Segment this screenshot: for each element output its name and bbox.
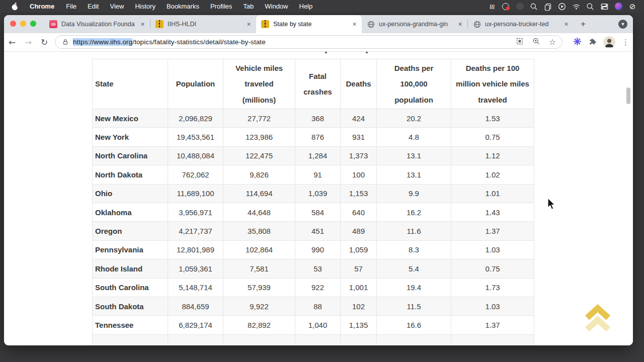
value-cell: 922 [295,278,341,297]
dimmed-app-icon[interactable] [514,2,525,12]
value-cell: 10,488,084 [168,146,223,165]
url-rest-text: /topics/fatality-statistics/detail/state… [132,38,266,46]
value-cell: 1,001 [341,278,377,297]
zoom-tool-icon[interactable] [528,2,539,12]
new-tab-button[interactable]: + [577,18,590,31]
tab-close-icon[interactable]: × [350,20,359,29]
tab-close-icon[interactable]: × [456,20,464,29]
tab-close-icon[interactable]: × [138,20,147,29]
menu-item-window[interactable]: Window [259,3,293,10]
menu-item-profiles[interactable]: Profiles [205,3,237,10]
browser-window: 20Data Visualization Founda×IIHS-HLDI×St… [4,15,633,345]
state-name-cell: Ohio [93,184,168,203]
value-cell [223,334,295,345]
value-cell: 3,956,971 [168,203,223,221]
tab-title: State by state [273,21,350,28]
tab-search-button[interactable]: ▼ [618,20,627,29]
value-cell: 82,892 [223,316,295,334]
value-cell: 9,922 [223,297,295,315]
extension-asterisk-icon[interactable] [573,37,582,48]
table-row-north-carolina: North Carolina10,488,084122,4751,2841,37… [93,146,534,165]
globe-favicon-icon [367,20,375,28]
column-header-deaths: Deaths [341,59,377,109]
control-center-icon[interactable] [599,2,610,12]
lock-icon[interactable] [62,38,69,46]
value-cell: 16.6 [377,316,451,334]
scrollbar-thumb[interactable] [626,87,630,104]
wavy-lines-icon[interactable]: ≀≀≀ [486,2,497,12]
value-cell: 9,826 [223,165,295,184]
apple-menu-icon[interactable] [6,2,24,11]
gradient-app-icon[interactable] [613,2,624,12]
value-cell: 1.02 [451,165,534,184]
tab-close-icon[interactable]: × [562,20,571,29]
value-cell: 1,040 [295,316,341,334]
maximize-window-button[interactable] [30,21,36,27]
table-row-ohio: Ohio11,689,100114,6941,0391,1539.91.01 [93,184,534,203]
tab-ux-persona-trucker-ted[interactable]: ux-persona-trucker-ted× [468,15,574,33]
wifi-icon[interactable] [571,2,582,12]
value-cell: 13.1 [377,165,451,184]
profile-avatar[interactable] [603,36,615,48]
zoom-in-icon[interactable] [532,37,540,47]
value-cell: 16.2 [377,203,451,221]
extensions-puzzle-icon[interactable] [588,37,597,48]
value-cell: 8.3 [377,240,451,259]
tab-state-by-state[interactable]: State by state× [256,15,362,33]
value-cell: 931 [341,128,377,146]
menu-item-tab[interactable]: Tab [237,3,259,10]
back-to-top-button[interactable] [583,302,613,334]
menu-app-name[interactable]: Chrome [24,3,60,10]
value-cell: 489 [341,222,377,240]
forward-button[interactable]: → [20,37,36,47]
copy-windows-icon[interactable] [542,2,553,12]
menu-item-edit[interactable]: Edit [82,3,104,10]
value-cell: 27,772 [223,109,295,128]
chrome-menu-icon[interactable]: ⋮ [622,38,629,47]
menu-item-history[interactable]: History [129,3,160,10]
column-header-deaths-per-100-million-vehicle-miles-traveled: Deaths per 100 million vehicle miles tra… [451,59,534,109]
column-header-state: State [93,59,168,109]
table-row-north-dakota: North Dakota762,0629,8269110013.11.02 [93,165,534,184]
value-cell: 1.03 [451,297,534,315]
spotlight-search-icon[interactable] [585,2,596,12]
value-cell: 44,648 [223,203,295,221]
menu-item-bookmarks[interactable]: Bookmarks [161,3,205,10]
value-cell: 424 [341,109,377,128]
value-cell: 1,373 [341,146,377,165]
tab-ux-persona-grandma-gin[interactable]: ux-persona-grandma-gin× [362,15,467,33]
minimize-window-button[interactable] [20,21,26,27]
table-row-pennsylvania: Pennsylvania12,801,989102,8649901,0598.3… [93,240,534,259]
creative-cloud-icon[interactable] [500,2,511,12]
state-name-cell: Tennessee [93,316,168,334]
do-not-disturb-icon[interactable]: ⊘ [627,2,638,12]
reload-button[interactable]: ↻ [36,37,52,47]
value-cell: 1,135 [341,316,377,334]
screenshot-grid-icon[interactable] [516,37,524,47]
omnibox-actions: ☆ [516,37,556,47]
tab-data-visualization-founda[interactable]: 20Data Visualization Founda× [44,15,150,33]
tab-title: ux-persona-trucker-ted [485,21,562,28]
calendar-20-favicon-icon: 20 [49,20,57,28]
value-cell: 91 [295,165,341,184]
value-cell: 2,096,829 [168,109,223,128]
close-window-button[interactable] [10,21,16,27]
value-cell [377,334,451,345]
value-cell: 1,059 [341,240,377,259]
menu-item-file[interactable]: File [60,3,82,10]
window-controls [10,21,36,27]
back-button[interactable]: ← [4,37,20,47]
menu-item-view[interactable]: View [104,3,129,10]
value-cell [341,334,377,345]
menu-item-help[interactable]: Help [294,3,318,10]
value-cell: 12,801,989 [168,240,223,259]
url-text: https://www.iihs.org/topics/fatality-sta… [73,38,266,46]
value-cell: 114,694 [223,184,295,203]
play-circle-icon[interactable] [556,2,568,12]
menu-items: FileEditViewHistoryBookmarksProfilesTabW… [60,3,318,10]
tab-iihs-hldi[interactable]: IIHS-HLDI× [150,15,256,33]
tab-close-icon[interactable]: × [245,20,253,29]
bookmark-star-icon[interactable]: ☆ [549,38,556,46]
value-cell: 1.53 [451,109,534,128]
address-bar[interactable]: https://www.iihs.org/topics/fatality-sta… [55,35,562,49]
